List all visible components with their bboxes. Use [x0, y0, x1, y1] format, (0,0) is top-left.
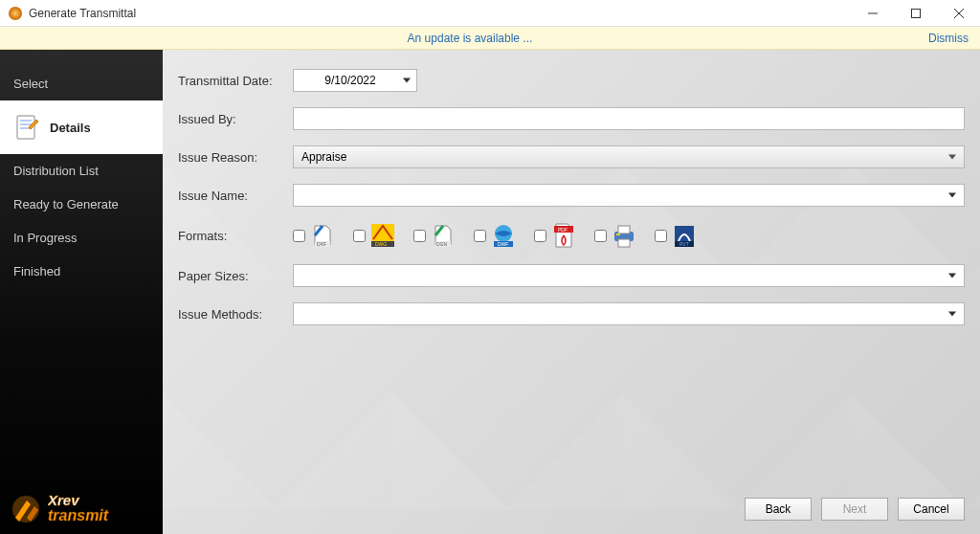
product-logo: Xrev transmit — [10, 492, 153, 526]
svg-text:DGN: DGN — [436, 241, 448, 247]
back-button[interactable]: Back — [745, 498, 812, 521]
sidebar-step-details[interactable]: Details — [0, 100, 163, 154]
svg-text:DWG: DWG — [375, 241, 387, 247]
wizard-buttons: Back Next Cancel — [745, 498, 965, 521]
svg-text:RVT: RVT — [679, 241, 689, 247]
format-checkbox-dwg[interactable] — [353, 230, 366, 242]
format-item-dxf: DXF — [293, 222, 336, 249]
window-title: Generate Transmittal — [29, 7, 851, 20]
svg-text:DXF: DXF — [317, 241, 326, 247]
issue-methods-label: Issue Methods: — [178, 307, 293, 322]
format-checkbox-print[interactable] — [594, 230, 607, 242]
format-checkbox-dgn[interactable] — [413, 230, 426, 242]
paper-sizes-label: Paper Sizes: — [178, 269, 293, 283]
svg-text:DWF: DWF — [498, 241, 508, 247]
issue-reason-value: Appraise — [301, 150, 346, 164]
format-item-dwf: DWF — [474, 222, 517, 249]
svg-text:Xrev: Xrev — [48, 492, 80, 508]
sidebar-step-label: Details — [50, 121, 91, 135]
document-edit-icon — [13, 114, 40, 141]
format-checkbox-pdf[interactable] — [534, 230, 546, 242]
pdf-icon: PDF — [550, 222, 577, 249]
transmittal-date-value: 9/10/2022 — [324, 74, 375, 87]
sidebar-step-select[interactable]: Select — [0, 50, 163, 100]
format-checkbox-dwf[interactable] — [474, 230, 486, 242]
dxf-icon: DXF — [309, 222, 336, 249]
format-item-pdf: PDF — [534, 222, 577, 249]
transmittal-date-label: Transmittal Date: — [178, 74, 293, 88]
sidebar-step-ready[interactable]: Ready to Generate — [0, 188, 163, 221]
format-item-print — [594, 222, 637, 249]
issued-by-label: Issued By: — [178, 112, 293, 126]
cancel-button[interactable]: Cancel — [898, 498, 965, 521]
svg-text:PDF: PDF — [558, 227, 568, 233]
format-checkbox-rvt[interactable] — [655, 230, 667, 242]
format-item-dgn: DGN — [413, 222, 457, 249]
svg-rect-26 — [618, 226, 630, 234]
minimize-button[interactable] — [851, 0, 894, 27]
app-icon — [8, 6, 23, 21]
dgn-icon: DGN — [430, 222, 457, 249]
format-checkbox-dxf[interactable] — [293, 230, 305, 242]
formats-label: Formats: — [178, 229, 293, 243]
printer-icon — [611, 222, 637, 249]
paper-sizes-combo[interactable] — [293, 264, 965, 287]
sidebar: Select Details Distribution List Ready t… — [0, 50, 163, 534]
issue-reason-label: Issue Reason: — [178, 150, 293, 165]
dwg-icon: DWG — [369, 222, 396, 249]
svg-rect-28 — [616, 234, 620, 235]
svg-text:transmit: transmit — [48, 507, 109, 523]
close-button[interactable] — [937, 0, 980, 27]
window-controls — [851, 0, 980, 27]
issue-name-combo[interactable] — [293, 184, 965, 207]
formats-group: DXF DWG DGN — [293, 222, 965, 249]
update-message: An update is available ... — [11, 32, 928, 45]
update-banner: An update is available ... Dismiss — [0, 27, 980, 50]
svg-rect-27 — [618, 239, 630, 247]
rvt-icon: RVT — [671, 222, 698, 249]
issue-reason-combo[interactable]: Appraise — [293, 145, 965, 168]
issue-methods-combo[interactable] — [293, 302, 965, 325]
svg-rect-2 — [911, 9, 920, 17]
dwf-icon: DWF — [490, 222, 517, 249]
sidebar-step-distribution[interactable]: Distribution List — [0, 154, 163, 188]
maximize-button[interactable] — [894, 0, 937, 27]
svg-point-0 — [9, 7, 22, 20]
form-pane: Transmittal Date: 9/10/2022 Issued By: I… — [163, 50, 980, 534]
next-button[interactable]: Next — [821, 498, 888, 521]
sidebar-step-finished[interactable]: Finished — [0, 255, 163, 288]
issue-name-label: Issue Name: — [178, 189, 293, 203]
format-item-rvt: RVT — [655, 222, 698, 249]
issued-by-input[interactable] — [293, 107, 965, 130]
dismiss-link[interactable]: Dismiss — [928, 32, 969, 45]
sidebar-step-inprogress[interactable]: In Progress — [0, 221, 163, 255]
transmittal-date-picker[interactable]: 9/10/2022 — [293, 69, 417, 92]
format-item-dwg: DWG — [353, 222, 396, 249]
titlebar: Generate Transmittal — [0, 0, 980, 27]
